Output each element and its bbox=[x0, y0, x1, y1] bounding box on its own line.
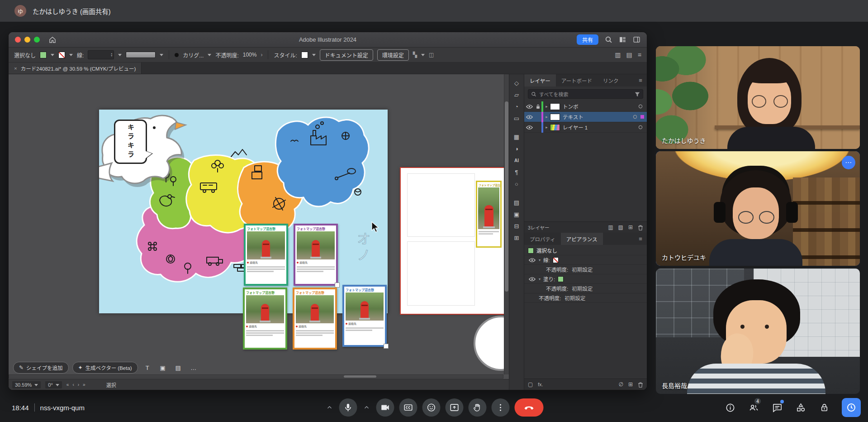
selection-handle[interactable] bbox=[384, 344, 389, 349]
swatches-panel-icon[interactable]: ▦ bbox=[511, 132, 522, 142]
tab-artboards[interactable]: アートボード bbox=[556, 74, 598, 86]
camera-button[interactable] bbox=[376, 398, 394, 417]
transform-panel-icon[interactable]: ⊞ bbox=[511, 233, 522, 243]
stroke-color-swatch[interactable] bbox=[58, 52, 65, 58]
disclosure-caret-icon[interactable]: ▸ bbox=[543, 115, 550, 119]
visibility-eye-icon[interactable] bbox=[524, 105, 534, 109]
chevron-down-icon[interactable] bbox=[69, 53, 73, 56]
flyer-card[interactable]: フォトマップ沼古野 連絡先 bbox=[293, 288, 337, 350]
stepper-arrows-icon[interactable]: ▴▾ bbox=[111, 53, 112, 57]
zoom-level-field[interactable]: 30.59% bbox=[12, 381, 41, 388]
flyer-card[interactable]: フォトマップ沼古野 連絡先 bbox=[294, 224, 338, 286]
previous-artboard-icon[interactable]: ‹ bbox=[72, 382, 74, 387]
present-screen-button[interactable] bbox=[445, 398, 463, 417]
menu-icon[interactable]: ≡ bbox=[638, 51, 641, 58]
chevron-down-icon[interactable] bbox=[118, 53, 122, 56]
image-tool-button[interactable]: ▤ bbox=[172, 362, 184, 374]
rotation-field[interactable]: 0° bbox=[45, 381, 62, 388]
window-minimize-button[interactable] bbox=[24, 37, 30, 43]
delete-item-icon[interactable] bbox=[638, 382, 643, 388]
tab-properties[interactable]: プロパティ bbox=[524, 233, 561, 245]
panel-menu-icon[interactable]: ≡ bbox=[634, 233, 647, 245]
layer-row[interactable]: ▸ レイヤー 1 bbox=[524, 122, 647, 133]
layer-row[interactable]: ▸ トンボ bbox=[524, 101, 647, 112]
more-actions-button[interactable]: … bbox=[188, 362, 199, 374]
first-artboard-icon[interactable]: « bbox=[66, 382, 69, 387]
fill-color-swatch[interactable] bbox=[40, 52, 47, 58]
activities-button[interactable] bbox=[790, 397, 811, 418]
arrange-documents-icon[interactable]: ▥ bbox=[615, 51, 621, 58]
chevron-right-icon[interactable]: › bbox=[261, 52, 262, 58]
video-tile-nagashima[interactable]: 長島裕哉 bbox=[656, 269, 860, 394]
end-call-button[interactable] bbox=[514, 398, 543, 417]
layers-search-input[interactable]: すべてを検索 bbox=[528, 89, 643, 99]
appearance-opacity-row[interactable]: 不透明度: 初期設定 bbox=[524, 284, 647, 293]
vertical-scrollbar[interactable] bbox=[504, 74, 509, 374]
add-shape-button[interactable]: ✎ シェイプを追加 bbox=[13, 362, 69, 374]
camera-options-chevron[interactable] bbox=[362, 398, 371, 417]
layer-row-selected[interactable]: ▸ テキスト bbox=[524, 112, 647, 122]
meeting-details-button[interactable] bbox=[720, 397, 740, 418]
search-icon[interactable] bbox=[605, 36, 612, 43]
layer-thumbnail[interactable] bbox=[550, 114, 560, 120]
selection-handle[interactable] bbox=[335, 283, 340, 288]
visibility-eye-icon[interactable] bbox=[524, 115, 534, 119]
graphic-style-swatch[interactable] bbox=[301, 52, 308, 58]
chevron-down-icon[interactable]: ▾ bbox=[539, 258, 541, 262]
chevron-down-icon[interactable]: ▾ bbox=[539, 277, 541, 281]
delete-layer-icon[interactable] bbox=[638, 225, 643, 230]
reactions-button[interactable] bbox=[422, 398, 440, 417]
target-circle-icon[interactable] bbox=[631, 115, 639, 119]
brush-definition-label[interactable]: カリグ... bbox=[183, 51, 204, 59]
clear-appearance-icon[interactable]: ∅ bbox=[618, 381, 623, 388]
layer-name[interactable]: レイヤー 1 bbox=[563, 124, 637, 131]
appearance-object-opacity-row[interactable]: 不透明度: 初期設定 bbox=[524, 293, 647, 303]
fill-color-swatch[interactable] bbox=[558, 276, 564, 282]
text-tool-button[interactable]: T bbox=[142, 362, 153, 374]
chevron-down-icon[interactable] bbox=[312, 53, 316, 56]
variable-width-profile-swatch[interactable] bbox=[126, 52, 156, 58]
horizontal-scrollbar[interactable] bbox=[9, 374, 503, 379]
disclosure-caret-icon[interactable]: ▸ bbox=[543, 104, 550, 109]
captions-button[interactable] bbox=[399, 398, 417, 417]
chevron-down-icon[interactable] bbox=[160, 53, 163, 56]
chat-button[interactable] bbox=[767, 397, 787, 418]
filter-funnel-icon[interactable] bbox=[635, 91, 640, 97]
tab-close-icon[interactable]: × bbox=[14, 66, 17, 71]
flyer-card[interactable]: フォトマップ沼古野 連絡先 bbox=[244, 224, 288, 286]
ai-assistant-icon[interactable]: AI bbox=[511, 155, 522, 166]
hand-tool-icon[interactable]: ◔ bbox=[511, 101, 522, 112]
flyer-card[interactable]: フォトマップ沼古野 連絡先 bbox=[243, 288, 287, 350]
target-circle-icon[interactable] bbox=[637, 125, 644, 129]
scrollbar-thumb[interactable] bbox=[505, 101, 508, 292]
people-button[interactable]: 4 bbox=[743, 397, 764, 418]
workspace-switcher-icon[interactable] bbox=[619, 36, 626, 43]
appearance-opacity-row[interactable]: 不透明度: 初期設定 bbox=[524, 265, 647, 274]
symbols-panel-icon[interactable]: ▤ bbox=[511, 197, 522, 208]
visibility-eye-icon[interactable] bbox=[528, 258, 536, 262]
flyer-card[interactable]: フォトマップ沼古野 連絡先 bbox=[342, 285, 387, 347]
stroke-none-swatch[interactable] bbox=[553, 257, 559, 263]
appearance-stroke-row[interactable]: ▾ 線: bbox=[524, 255, 647, 265]
new-layer-icon[interactable]: ⊞ bbox=[628, 224, 633, 230]
new-stroke-icon[interactable]: ▢ bbox=[528, 381, 533, 388]
more-options-button[interactable] bbox=[491, 398, 509, 417]
generative-vector-button[interactable]: ✦ 生成ベクター (Beta) bbox=[72, 362, 138, 374]
artboards-panel-icon[interactable]: ▣ bbox=[511, 209, 522, 220]
home-icon[interactable] bbox=[48, 36, 57, 44]
chevron-down-icon[interactable] bbox=[51, 53, 54, 56]
document-layout-icon[interactable]: ▤ bbox=[626, 51, 632, 58]
timer-extension-button[interactable] bbox=[842, 398, 861, 417]
tile-more-options-button[interactable]: ⋯ bbox=[842, 156, 855, 169]
next-artboard-icon[interactable]: › bbox=[78, 382, 79, 387]
layer-name[interactable]: トンボ bbox=[563, 103, 637, 110]
artboard-card-layout[interactable]: フォトマップ沼古野 bbox=[401, 168, 509, 314]
target-circle-icon[interactable] bbox=[637, 104, 644, 109]
flyer-card[interactable]: フォトマップ沼古野 bbox=[476, 181, 502, 248]
mic-options-chevron[interactable] bbox=[325, 398, 334, 417]
align-panel-icon[interactable]: ⊟ bbox=[511, 221, 522, 231]
shape-builder-icon[interactable]: ◇ bbox=[511, 78, 522, 88]
raise-hand-button[interactable] bbox=[468, 398, 486, 417]
canvas-pasteboard[interactable]: キラキラ オノ フォトマップ沼古野 連絡先 フォトマップ沼古野 連絡先 フォトマ… bbox=[9, 74, 509, 390]
preferences-button[interactable]: 環境設定 bbox=[377, 49, 409, 61]
